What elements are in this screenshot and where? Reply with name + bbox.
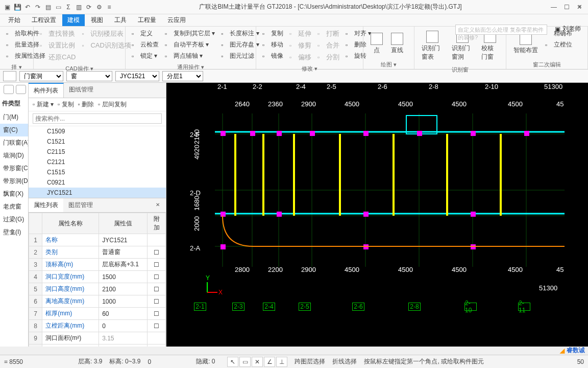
tb-复制[interactable]: ▫ 复制 [58,100,74,109]
drawing-canvas[interactable]: X Y 2-12-22-42-52-62-82-1051300264023602… [166,83,588,347]
prop-row[interactable]: 4洞口宽度(mm)1500☐ [29,271,166,283]
menu-4[interactable]: 工具 [109,14,132,26]
comp-C1509[interactable]: C1509 [29,126,166,136]
type-门(M)[interactable]: 门(M) [0,111,28,124]
ribbon-查找替换[interactable]: ▫查找替换 [39,29,77,39]
menu-2[interactable]: 建模 [62,14,85,26]
ribbon-移动[interactable]: ▫移动 [261,40,284,50]
prop-row[interactable]: 6离地高度(mm)1000☐ [29,295,166,308]
menu-1[interactable]: 工程设置 [27,14,61,26]
type-墙洞(D)[interactable]: 墙洞(D) [0,149,28,162]
ribbon-分割[interactable]: ▫分割 [316,52,340,62]
tool-cross-icon[interactable]: ✕ [252,357,263,367]
component-search-input[interactable] [33,113,162,124]
comp-C2115[interactable]: C2115 [29,147,166,157]
ribbon-图元存盘 ▾[interactable]: ▫图元存盘 ▾ [220,40,260,50]
sum-icon[interactable]: Σ [64,3,72,11]
more-icon[interactable]: ≡ [105,3,113,11]
ribbon-合并[interactable]: ▫合并 [316,40,340,51]
menu-0[interactable]: 开始 [3,14,26,26]
comp-C0921[interactable]: C0921 [29,177,166,188]
ribbon-设置比例[interactable]: ▫设置比例 [39,40,77,51]
prop-row[interactable]: 5洞口高度(mm)2100☐ [29,283,166,295]
draw-点[interactable]: 点 [366,31,387,57]
type-过梁(G)[interactable]: 过梁(G) [0,213,28,226]
ribbon-立樘位[interactable]: ▫立樘位 [544,40,573,50]
layer-icon[interactable]: ▥ [75,3,83,11]
tb-层间复制[interactable]: ▫ 层间复制 [98,100,127,109]
tb-删除[interactable]: ▫ 删除 [78,100,94,109]
open-icon[interactable]: ▤ [44,3,52,11]
ribbon-打断[interactable]: ▫打断 [316,29,340,39]
save-icon[interactable]: 💾 [13,3,21,11]
sel-a[interactable] [3,71,16,81]
panel-close-icon[interactable]: ✕ [573,1,587,12]
tab-layer-mgmt[interactable]: 图层管理 [63,198,98,212]
prop-row[interactable]: 10框外围面积(m²)(3.15) [29,344,166,347]
maximize-button[interactable]: ☐ [564,4,570,11]
type-壁龛(I)[interactable]: 壁龛(I) [0,226,28,239]
type-门联窗(A)[interactable]: 门联窗(A) [0,136,28,149]
comp-C1521[interactable]: C1521 [29,136,166,147]
comp-C2121[interactable]: C2121 [29,157,166,167]
draw-直线[interactable]: 直线 [387,31,407,57]
type-老虎窗[interactable]: 老虎窗 [0,200,28,213]
card-view-icon[interactable] [16,85,26,94]
status-span-select[interactable]: 跨图层选择 [295,357,325,366]
sel-component[interactable]: JYC1521 [115,71,159,81]
comp-JYC1521[interactable]: JYC1521 [29,188,166,198]
type-窗(C)[interactable]: 窗(C) [0,124,28,136]
ribbon-还原CAD[interactable]: ▫还原CAD [39,52,77,62]
ribbon-复制到其它层 ▾[interactable]: ▫复制到其它层 ▾ [164,29,216,38]
ribbon-镜像[interactable]: ▫镜像 [261,51,284,61]
prop-row[interactable]: 1名称JYC1521 [29,234,166,246]
settings-icon[interactable]: ⚙ [95,3,103,11]
search-help-input[interactable]: 自定义贴面怎么处理 复杂零星构件的装修? [455,25,547,35]
prop-row[interactable]: 8立樘距离(mm)0☐ [29,320,166,332]
sel-layer[interactable]: 分层1 [162,71,203,81]
type-带形窗(C)[interactable]: 带形窗(C) [0,162,28,175]
ribbon-长度标注 ▾[interactable]: ▫长度标注 ▾ [220,29,260,38]
menu-5[interactable]: 工程量 [133,14,161,26]
prop-row[interactable]: 3顶标高(m)层底标高+3.1☐ [29,259,166,271]
status-poly-select[interactable]: 折线选择 [332,357,357,366]
tab-properties[interactable]: 属性列表 [29,198,63,212]
sel-type[interactable]: 窗 [66,71,112,81]
list-view-icon[interactable] [4,85,14,94]
prop-row[interactable]: 9洞口面积(m²)3.15 [29,332,166,344]
ribbon-自动平齐板 ▾[interactable]: ▫自动平齐板 ▾ [164,40,216,50]
ribbon-复制[interactable]: ▫复制 [261,29,284,38]
tool-cursor-icon[interactable]: ↖ [227,357,238,367]
undo-icon[interactable]: ↶ [23,3,32,11]
sel-category[interactable]: 门窗洞 [19,71,63,81]
redo-icon[interactable]: ↷ [34,3,42,11]
minimize-button[interactable]: — [551,4,557,11]
tool-angle-icon[interactable]: ∠ [264,357,275,367]
refresh-icon[interactable]: ⟳ [85,3,93,11]
tab-drawing-mgmt[interactable]: 图纸管理 [64,83,99,98]
prop-close-icon[interactable]: ✕ [151,199,165,210]
type-带形洞(D)[interactable]: 带形洞(D) [0,175,28,188]
ribbon-识别楼层表[interactable]: ▫识别楼层表 [81,29,132,39]
region-icon[interactable]: ▭ [54,3,62,11]
tool-rect-icon[interactable]: ▭ [239,357,251,367]
type-飘窗(X)[interactable]: 飘窗(X) [0,188,28,200]
recog-识别门窗表[interactable]: 识别门窗表 [418,29,448,63]
ribbon-云检查[interactable]: ▫云检查 [131,40,160,50]
ribbon-两点辅轴 ▾[interactable]: ▫两点辅轴 ▾ [164,51,216,61]
ribbon-图元过滤[interactable]: ▫图元过滤 [220,51,260,61]
ribbon-锁定 ▾[interactable]: ▫锁定 ▾ [131,51,160,61]
user-label[interactable]: ▣刘老师 [555,25,581,33]
menu-6[interactable]: 云应用 [162,14,191,26]
comp-C1515[interactable]: C1515 [29,167,166,177]
tool-perp-icon[interactable]: ⊥ [276,357,287,367]
ribbon-延伸[interactable]: ▫延伸 [288,29,312,39]
prop-row[interactable]: 2类别普通窗☐ [29,246,166,259]
ribbon-定义[interactable]: ▫定义 [131,29,160,38]
tb-新建 ▾[interactable]: ▫ 新建 ▾ [33,100,54,109]
menu-3[interactable]: 视图 [86,14,108,26]
ribbon-修剪[interactable]: ▫修剪 [288,40,312,51]
ribbon-CAD识别选项[interactable]: ▫CAD识别选项 [81,40,132,51]
tab-component-list[interactable]: 构件列表 [29,83,64,98]
ribbon-偏移[interactable]: ▫偏移 [288,52,312,62]
